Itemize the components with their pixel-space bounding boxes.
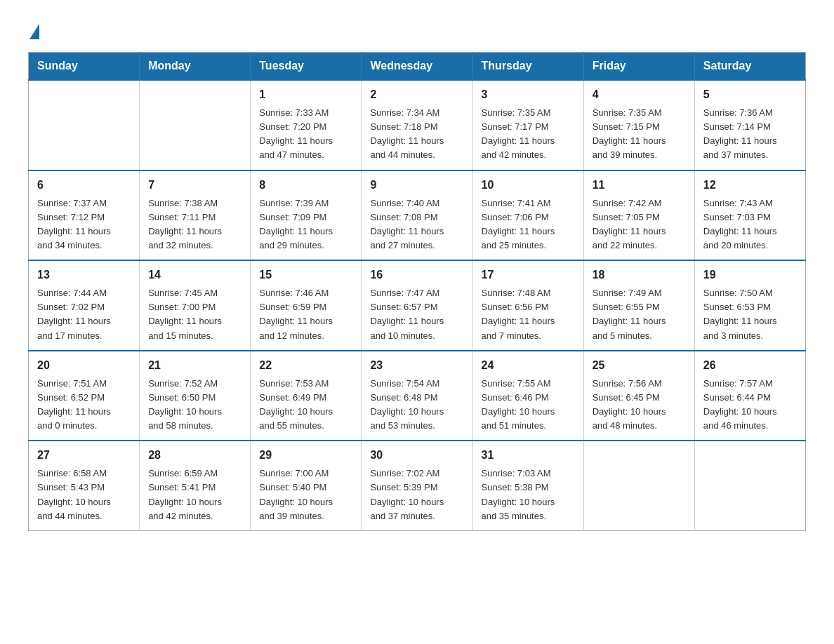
calendar-cell: 11Sunrise: 7:42 AM Sunset: 7:05 PM Dayli… — [583, 170, 694, 261]
calendar-cell: 27Sunrise: 6:58 AM Sunset: 5:43 PM Dayli… — [29, 441, 140, 530]
calendar-cell: 4Sunrise: 7:35 AM Sunset: 7:15 PM Daylig… — [583, 80, 694, 170]
day-number: 25 — [593, 357, 686, 374]
day-number: 14 — [148, 267, 241, 283]
calendar-cell: 6Sunrise: 7:37 AM Sunset: 7:12 PM Daylig… — [29, 170, 140, 261]
calendar-header-monday: Monday — [140, 53, 251, 81]
calendar-week-row: 1Sunrise: 7:33 AM Sunset: 7:20 PM Daylig… — [29, 80, 806, 170]
day-info: Sunrise: 7:44 AM Sunset: 7:02 PM Dayligh… — [37, 286, 131, 343]
day-number: 2 — [370, 86, 463, 103]
calendar-cell: 3Sunrise: 7:35 AM Sunset: 7:17 PM Daylig… — [472, 80, 583, 170]
day-info: Sunrise: 7:35 AM Sunset: 7:17 PM Dayligh… — [482, 106, 575, 163]
day-number: 7 — [148, 177, 241, 194]
calendar-cell: 23Sunrise: 7:54 AM Sunset: 6:48 PM Dayli… — [362, 351, 472, 441]
calendar-cell: 26Sunrise: 7:57 AM Sunset: 6:44 PM Dayli… — [694, 351, 805, 441]
day-info: Sunrise: 7:54 AM Sunset: 6:48 PM Dayligh… — [370, 377, 463, 434]
day-info: Sunrise: 7:34 AM Sunset: 7:18 PM Dayligh… — [370, 106, 463, 163]
calendar-cell — [140, 80, 251, 170]
day-number: 21 — [148, 357, 241, 374]
calendar-cell: 17Sunrise: 7:48 AM Sunset: 6:56 PM Dayli… — [472, 260, 583, 351]
day-info: Sunrise: 7:57 AM Sunset: 6:44 PM Dayligh… — [703, 377, 797, 434]
day-info: Sunrise: 7:47 AM Sunset: 6:57 PM Dayligh… — [370, 286, 463, 343]
day-info: Sunrise: 7:45 AM Sunset: 7:00 PM Dayligh… — [148, 286, 241, 343]
calendar-cell: 1Sunrise: 7:33 AM Sunset: 7:20 PM Daylig… — [251, 80, 362, 170]
calendar-header-saturday: Saturday — [694, 53, 805, 81]
calendar-cell: 7Sunrise: 7:38 AM Sunset: 7:11 PM Daylig… — [140, 170, 251, 261]
calendar-week-row: 6Sunrise: 7:37 AM Sunset: 7:12 PM Daylig… — [29, 170, 806, 261]
day-info: Sunrise: 7:35 AM Sunset: 7:15 PM Dayligh… — [593, 106, 686, 163]
calendar-header-sunday: Sunday — [29, 53, 140, 81]
calendar-header-row: SundayMondayTuesdayWednesdayThursdayFrid… — [29, 53, 806, 81]
day-info: Sunrise: 7:40 AM Sunset: 7:08 PM Dayligh… — [370, 196, 463, 253]
day-number: 31 — [482, 447, 575, 464]
day-number: 30 — [370, 447, 463, 464]
calendar-week-row: 20Sunrise: 7:51 AM Sunset: 6:52 PM Dayli… — [29, 351, 806, 441]
day-number: 23 — [370, 357, 463, 374]
day-number: 9 — [370, 177, 463, 194]
calendar-header-thursday: Thursday — [472, 53, 583, 81]
day-info: Sunrise: 7:42 AM Sunset: 7:05 PM Dayligh… — [593, 196, 686, 253]
day-info: Sunrise: 7:49 AM Sunset: 6:55 PM Dayligh… — [593, 286, 686, 343]
calendar-cell: 30Sunrise: 7:02 AM Sunset: 5:39 PM Dayli… — [362, 441, 472, 530]
calendar-cell: 13Sunrise: 7:44 AM Sunset: 7:02 PM Dayli… — [29, 260, 140, 351]
day-info: Sunrise: 7:02 AM Sunset: 5:39 PM Dayligh… — [370, 467, 463, 523]
day-info: Sunrise: 7:51 AM Sunset: 6:52 PM Dayligh… — [37, 377, 131, 434]
day-number: 11 — [593, 177, 686, 194]
calendar-week-row: 27Sunrise: 6:58 AM Sunset: 5:43 PM Dayli… — [29, 441, 806, 530]
calendar-header-wednesday: Wednesday — [362, 53, 472, 81]
day-number: 22 — [259, 357, 352, 374]
day-info: Sunrise: 7:38 AM Sunset: 7:11 PM Dayligh… — [148, 196, 241, 253]
calendar-cell: 16Sunrise: 7:47 AM Sunset: 6:57 PM Dayli… — [362, 260, 472, 351]
day-info: Sunrise: 7:55 AM Sunset: 6:46 PM Dayligh… — [482, 377, 575, 434]
calendar-cell: 15Sunrise: 7:46 AM Sunset: 6:59 PM Dayli… — [251, 260, 362, 351]
day-number: 1 — [259, 86, 352, 103]
calendar-cell: 9Sunrise: 7:40 AM Sunset: 7:08 PM Daylig… — [362, 170, 472, 261]
calendar-cell: 22Sunrise: 7:53 AM Sunset: 6:49 PM Dayli… — [251, 351, 362, 441]
day-number: 8 — [259, 177, 352, 194]
day-number: 19 — [703, 267, 797, 283]
day-number: 27 — [37, 447, 131, 464]
day-info: Sunrise: 6:59 AM Sunset: 5:41 PM Dayligh… — [148, 467, 241, 523]
day-number: 3 — [482, 86, 575, 103]
day-info: Sunrise: 7:50 AM Sunset: 6:53 PM Dayligh… — [703, 286, 797, 343]
calendar-cell: 5Sunrise: 7:36 AM Sunset: 7:14 PM Daylig… — [694, 80, 805, 170]
day-info: Sunrise: 7:03 AM Sunset: 5:38 PM Dayligh… — [482, 467, 575, 523]
day-number: 4 — [593, 86, 686, 103]
day-number: 13 — [37, 267, 131, 283]
calendar-cell: 29Sunrise: 7:00 AM Sunset: 5:40 PM Dayli… — [251, 441, 362, 530]
day-number: 24 — [482, 357, 575, 374]
calendar-header-friday: Friday — [583, 53, 694, 81]
calendar-cell: 18Sunrise: 7:49 AM Sunset: 6:55 PM Dayli… — [583, 260, 694, 351]
day-number: 28 — [148, 447, 241, 464]
calendar-cell: 12Sunrise: 7:43 AM Sunset: 7:03 PM Dayli… — [694, 170, 805, 261]
day-info: Sunrise: 7:37 AM Sunset: 7:12 PM Dayligh… — [37, 196, 131, 253]
calendar-cell: 20Sunrise: 7:51 AM Sunset: 6:52 PM Dayli… — [29, 351, 140, 441]
calendar-cell: 25Sunrise: 7:56 AM Sunset: 6:45 PM Dayli… — [583, 351, 694, 441]
day-info: Sunrise: 7:33 AM Sunset: 7:20 PM Dayligh… — [259, 106, 352, 163]
day-info: Sunrise: 7:56 AM Sunset: 6:45 PM Dayligh… — [593, 377, 686, 434]
day-number: 6 — [37, 177, 131, 194]
day-info: Sunrise: 7:36 AM Sunset: 7:14 PM Dayligh… — [703, 106, 797, 163]
calendar-cell: 8Sunrise: 7:39 AM Sunset: 7:09 PM Daylig… — [251, 170, 362, 261]
day-number: 20 — [37, 357, 131, 374]
day-info: Sunrise: 7:43 AM Sunset: 7:03 PM Dayligh… — [703, 196, 797, 253]
calendar-table: SundayMondayTuesdayWednesdayThursdayFrid… — [28, 52, 806, 531]
calendar-cell — [694, 441, 805, 530]
calendar-cell: 21Sunrise: 7:52 AM Sunset: 6:50 PM Dayli… — [140, 351, 251, 441]
day-info: Sunrise: 7:41 AM Sunset: 7:06 PM Dayligh… — [482, 196, 575, 253]
day-info: Sunrise: 7:46 AM Sunset: 6:59 PM Dayligh… — [259, 286, 352, 343]
day-number: 5 — [703, 86, 797, 103]
logo — [28, 21, 39, 38]
day-info: Sunrise: 6:58 AM Sunset: 5:43 PM Dayligh… — [37, 467, 131, 523]
calendar-week-row: 13Sunrise: 7:44 AM Sunset: 7:02 PM Dayli… — [29, 260, 806, 351]
calendar-cell: 31Sunrise: 7:03 AM Sunset: 5:38 PM Dayli… — [472, 441, 583, 530]
page-header — [28, 21, 806, 38]
day-number: 15 — [259, 267, 352, 283]
calendar-cell: 14Sunrise: 7:45 AM Sunset: 7:00 PM Dayli… — [140, 260, 251, 351]
calendar-cell: 10Sunrise: 7:41 AM Sunset: 7:06 PM Dayli… — [472, 170, 583, 261]
day-info: Sunrise: 7:53 AM Sunset: 6:49 PM Dayligh… — [259, 377, 352, 434]
calendar-cell: 2Sunrise: 7:34 AM Sunset: 7:18 PM Daylig… — [362, 80, 472, 170]
day-info: Sunrise: 7:39 AM Sunset: 7:09 PM Dayligh… — [259, 196, 352, 253]
calendar-cell: 28Sunrise: 6:59 AM Sunset: 5:41 PM Dayli… — [140, 441, 251, 530]
day-info: Sunrise: 7:48 AM Sunset: 6:56 PM Dayligh… — [482, 286, 575, 343]
logo-triangle-icon — [29, 24, 39, 39]
